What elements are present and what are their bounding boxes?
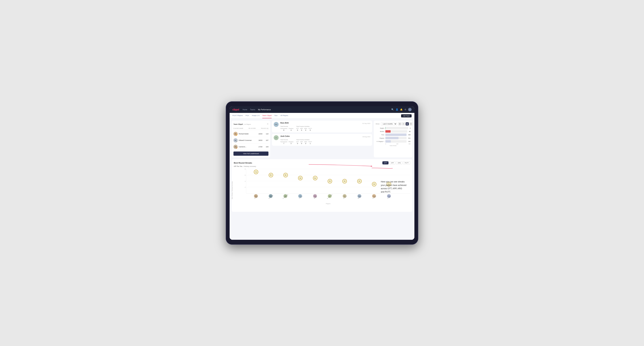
subnav-tour[interactable]: Tour [274,113,278,118]
right-panel: Show Last 3 months ⊞ ≡ ▦ ☰ [374,121,412,158]
app-value: 0 [301,143,302,144]
player-dot-ford: DF D. Ford [342,194,347,199]
app-label: APP [300,128,303,129]
search-icon[interactable]: 🔍 [391,108,394,111]
tournament-value: 7 [283,143,284,144]
player-avg: 107 [264,140,268,141]
view-leaderboard-button[interactable]: View Full Leaderboard [234,152,268,156]
player-score: 17/20 [258,146,263,148]
subnav-pgat[interactable]: PGAT Players [232,113,243,118]
bar-label: Eagles [376,127,384,129]
dot-bubble: 6x [283,173,288,177]
list-view-button[interactable]: ≡ [402,122,405,126]
bar-label: Birdies [376,131,384,132]
player-card-info: Josh Coles 26 Aug 2023 Total Rounds Tour… [280,135,370,144]
putt-value: 0 [310,129,310,131]
dot-item-coles: 5x [298,176,302,180]
avatar: JC [274,135,278,140]
player-dot-billingham: DB D. Billingham [282,194,289,199]
nav-teams[interactable]: Teams [250,109,255,111]
total-rounds-group: Total Rounds Tournament 7 Practice [280,139,294,144]
table-row: RB 1 Richard Butler 19/20 110 [234,131,268,137]
practice-label: Practice [289,141,294,143]
ott-filter-button[interactable]: OTT [382,161,388,165]
grid-line: 8 [246,169,410,169]
player-card-josh-coles: JC Josh Coles 26 Aug 2023 Total Rounds [272,134,372,146]
player-card-rees-britt: RBr Rees Britt 02 Sep 2023 Total Rounds [272,121,372,133]
ott-value: 0 [297,143,298,144]
player-name: Cameron... [239,146,256,148]
subnav-pga[interactable]: PGA [246,113,249,118]
add-team-button[interactable]: Add Team [401,114,412,117]
bar-fill [385,134,406,136]
player-score: 18/20 [258,140,263,141]
streaks-title: Best Round Streaks [234,162,252,164]
app-filter-button[interactable]: APP [389,161,395,165]
edit-icon[interactable]: ✏ [267,123,268,125]
user-avatar[interactable]: U [408,108,412,111]
bar-label: D. Bogeys + [376,141,384,142]
rounds-sub-row: Tournament 7 Practice 2 [280,141,294,144]
navbar: clippd Home Teams My Performance 🔍 👤 🔔 ⚙… [230,106,414,113]
bar-view-button[interactable]: ▦ [406,122,409,126]
dot-bubble: 5x [313,176,318,180]
nav-home[interactable]: Home [242,109,247,111]
subnav-hcaps[interactable]: Hcaps 1-5 [252,113,259,118]
dot-bubble: 6x [268,173,273,177]
app-value: 0 [301,129,302,131]
player-dot-ebert: EE E. Ebert [254,194,258,199]
x-axis-label: Players [246,203,410,204]
tablet-device: clippd Home Teams My Performance 🔍 👤 🔔 ⚙… [226,101,418,245]
team-header: Team Clippd | 14 Players ✏ [234,122,268,126]
practice-stat: Practice 4 [289,128,294,131]
activities-sub-row: OTT 0 APP 0 ARG [296,141,312,144]
tournament-value: 8 [283,129,284,131]
arg-stat: ARG 0 [304,128,307,131]
streaks-section: Best Round Streaks OTT APP ARG PUTT Off … [232,159,412,212]
bar-fill [385,140,391,143]
player-dot-miller: MM M. Miller [357,194,362,199]
y-tick: 6 [245,174,246,176]
subtitle-detail: Fairway Accuracy [244,166,256,167]
subnav-team-clippd[interactable]: Team Clippd [262,113,272,118]
dot-item-mcherg: 6x [268,173,273,177]
grid-view-button[interactable]: ⊞ [398,122,402,126]
user-icon[interactable]: 👤 [396,108,398,111]
table-row: EC 2 Edward Crossman 18/20 107 [234,137,268,144]
avatar: CM 3 [234,145,238,149]
bar-chart: Eagles 3 Birdies 96 [376,127,410,143]
bar-fill [385,137,398,139]
avatar: RB 1 [234,132,238,136]
subnav-all-players[interactable]: All Players [280,113,288,118]
show-header: Show Last 3 months ⊞ ≡ ▦ ☰ [376,122,410,126]
streaks-header: Best Round Streaks OTT APP ARG PUTT [234,161,410,165]
nav-my-performance[interactable]: My Performance [258,109,271,111]
rank-badge: 3 [236,148,238,149]
tournament-label: Tournament [280,128,287,129]
settings-icon[interactable]: ⚙ [404,108,406,111]
practice-stat: Practice 2 [289,141,294,144]
activities-sub-row: OTT 0 APP 0 ARG [296,128,312,131]
arg-filter-button[interactable]: ARG [396,161,402,165]
ott-label: OTT [296,141,299,143]
player-name: Richard Butler [239,133,256,135]
ott-value: 0 [297,129,298,131]
ott-label: OTT [296,128,299,129]
x-tick: 200 [396,143,398,145]
practice-value: 2 [291,143,292,144]
bell-icon[interactable]: 🔔 [400,108,403,111]
team-player-count-val: 14 Players [244,124,251,125]
player-card-date: 26 Aug 2023 [362,136,370,138]
dot-bubble: 3x [372,182,376,186]
putt-filter-button[interactable]: PUTT [403,161,410,165]
bar-container [385,127,408,129]
period-select[interactable]: Last 3 months [381,122,397,126]
putt-stat: PUTT 0 [308,128,312,131]
dot-item-billingham: 6x [283,173,288,177]
detail-view-button[interactable]: ☰ [409,122,412,126]
putt-stat: PUTT 1 [308,141,312,144]
y-tick: 8 [245,168,246,170]
putt-label: PUTT [308,128,312,129]
view-icons: ⊞ ≡ ▦ ☰ [398,122,412,126]
practice-value: 4 [291,129,292,131]
